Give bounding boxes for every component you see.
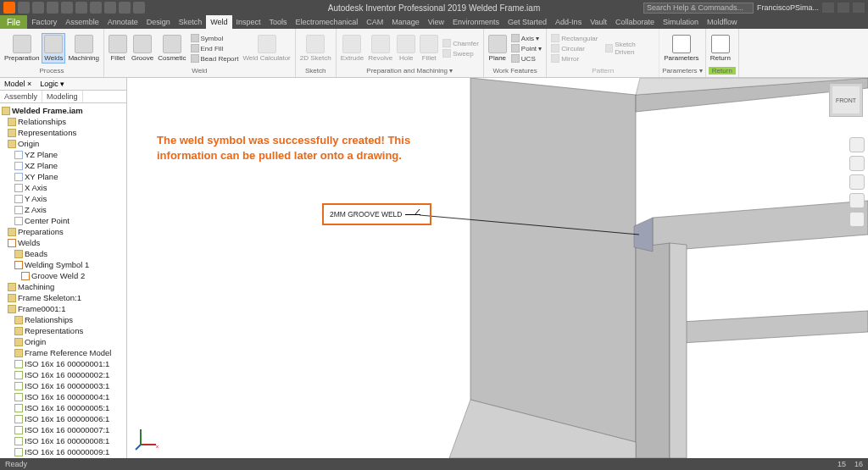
qat-button[interactable] xyxy=(104,2,116,14)
menu-weld[interactable]: Weld xyxy=(206,15,231,29)
preparation-button[interactable]: Preparation xyxy=(3,34,41,63)
sketchdriven-button[interactable]: Sketch Driven xyxy=(604,43,656,53)
tree-iso[interactable]: ISO 16x 16 00000003:1 xyxy=(1,380,125,391)
subtab-assembly[interactable]: Assembly xyxy=(0,91,42,102)
tree-iso[interactable]: ISO 16x 16 00000006:1 xyxy=(1,413,125,424)
welds-button[interactable]: Welds xyxy=(42,33,65,64)
tree-frame-rel[interactable]: Relationships xyxy=(1,314,125,325)
menu-tools[interactable]: Tools xyxy=(265,18,292,26)
tree-iso[interactable]: ISO 16x 16 00000002:1 xyxy=(1,369,125,380)
sweep-button[interactable]: Sweep xyxy=(441,48,481,58)
2dsketch-button[interactable]: 2D Sketch xyxy=(298,34,333,63)
tree-plane[interactable]: YZ Plane xyxy=(1,149,125,160)
tree-axis[interactable]: Y Axis xyxy=(1,193,125,204)
menu-inspect[interactable]: Inspect xyxy=(232,18,265,26)
orbit-button[interactable] xyxy=(849,156,865,171)
help-search-input[interactable]: Search Help & Commands... xyxy=(643,3,754,14)
mirror-button[interactable]: Mirror xyxy=(549,53,602,64)
qat-button[interactable] xyxy=(119,2,131,14)
user-chip[interactable]: FranciscoPSima... xyxy=(757,3,819,12)
qat-button[interactable] xyxy=(133,2,145,14)
tree-frame-reps[interactable]: Representations xyxy=(1,325,125,336)
zoom-button[interactable] xyxy=(849,193,865,208)
parameters-button[interactable]: Parameters xyxy=(662,34,700,63)
menu-sketch[interactable]: Sketch xyxy=(175,18,207,26)
tree-axis[interactable]: X Axis xyxy=(1,182,125,193)
close-button[interactable] xyxy=(853,3,865,13)
maximize-button[interactable] xyxy=(837,3,849,13)
weld-calculator-button[interactable]: Weld Calculator xyxy=(241,34,292,63)
menu-addins[interactable]: Add-Ins xyxy=(551,18,586,26)
tree-preparations[interactable]: Preparations xyxy=(1,226,125,237)
chamfer-button[interactable]: Chamfer xyxy=(441,38,481,48)
circular-button[interactable]: Circular xyxy=(549,43,602,53)
return-button[interactable]: Return xyxy=(709,34,732,63)
tree-plane[interactable]: XY Plane xyxy=(1,171,125,182)
qat-button[interactable] xyxy=(90,2,102,14)
beadreport-button[interactable]: Bead Report xyxy=(189,53,241,64)
menu-collaborate[interactable]: Collaborate xyxy=(611,18,659,26)
tree-representations[interactable]: Representations xyxy=(1,127,125,138)
model-tree[interactable]: Welded Frame.iam Relationships Represent… xyxy=(0,103,126,458)
tree-axis[interactable]: Z Axis xyxy=(1,204,125,215)
3d-viewport[interactable]: The weld symbol was successfully created… xyxy=(127,78,868,458)
menu-assemble[interactable]: Assemble xyxy=(61,18,103,26)
menu-factory[interactable]: Factory xyxy=(27,18,61,26)
qat-button[interactable] xyxy=(47,2,58,14)
tree-centerpoint[interactable]: Center Point xyxy=(1,215,125,226)
qat-button[interactable] xyxy=(75,2,87,14)
point-button[interactable]: Point ▾ xyxy=(509,43,543,53)
extrude-button[interactable]: Extrude xyxy=(339,34,366,63)
file-menu[interactable]: File xyxy=(0,15,27,29)
revolve-button[interactable]: Revolve xyxy=(366,34,394,63)
tree-plane[interactable]: XZ Plane xyxy=(1,160,125,171)
view-cube[interactable]: FRONT xyxy=(829,83,863,117)
menu-manage[interactable]: Manage xyxy=(387,18,424,26)
tree-relationships[interactable]: Relationships xyxy=(1,116,125,127)
hole-button[interactable]: Hole xyxy=(395,34,417,63)
fillet2-button[interactable]: Fillet xyxy=(418,34,440,63)
groove-button[interactable]: Groove xyxy=(130,34,155,63)
weld-callout[interactable]: 2MM GROOVE WELD xyxy=(322,203,431,225)
qat-button[interactable] xyxy=(18,2,30,14)
plane-button[interactable]: Plane xyxy=(487,34,509,63)
menu-moldflow[interactable]: Moldflow xyxy=(703,18,742,26)
fillet-button[interactable]: Fillet xyxy=(107,34,129,63)
tree-iso[interactable]: ISO 16x 16 00000005:1 xyxy=(1,402,125,413)
menu-annotate[interactable]: Annotate xyxy=(103,18,142,26)
rectangular-button[interactable]: Rectangular xyxy=(549,33,602,43)
tree-origin[interactable]: Origin xyxy=(1,138,125,149)
menu-view[interactable]: View xyxy=(424,18,448,26)
tree-beads[interactable]: Beads xyxy=(1,248,125,259)
symbol-button[interactable]: Symbol xyxy=(189,33,241,43)
menu-vault[interactable]: Vault xyxy=(586,18,611,26)
tree-frame-ref-model[interactable]: Frame Reference Model xyxy=(1,347,125,358)
tree-welding-symbol[interactable]: Welding Symbol 1 xyxy=(1,259,125,270)
machining-button[interactable]: Machining xyxy=(66,34,100,63)
menu-environments[interactable]: Environments xyxy=(448,18,504,26)
tab-model[interactable]: Model × xyxy=(0,78,36,90)
ucs-button[interactable]: UCS xyxy=(509,53,543,64)
menu-cam[interactable]: CAM xyxy=(362,18,387,26)
tree-root[interactable]: Welded Frame.iam xyxy=(1,105,125,116)
tree-iso[interactable]: ISO 16x 16 00000007:1 xyxy=(1,424,125,435)
cosmetic-button[interactable]: Cosmetic xyxy=(156,34,187,63)
minimize-button[interactable] xyxy=(822,3,834,13)
endfill-button[interactable]: End Fill xyxy=(189,43,241,53)
axis-button[interactable]: Axis ▾ xyxy=(509,33,543,43)
qat-button[interactable] xyxy=(61,2,73,14)
home-view-button[interactable] xyxy=(849,137,865,152)
tree-frame-skeleton[interactable]: Frame Skeleton:1 xyxy=(1,292,125,303)
tree-iso[interactable]: ISO 16x 16 00000004:1 xyxy=(1,391,125,402)
tab-logic[interactable]: Logic ▾ xyxy=(36,78,69,90)
menu-simulation[interactable]: Simulation xyxy=(659,18,703,26)
tree-iso[interactable]: ISO 16x 16 00000008:1 xyxy=(1,435,125,446)
tree-frame0001[interactable]: Frame0001:1 xyxy=(1,303,125,314)
tree-iso[interactable]: ISO 16x 16 00000009:1 xyxy=(1,446,125,457)
menu-design[interactable]: Design xyxy=(142,18,175,26)
tree-iso[interactable]: ISO 16x 16 00000010:1 xyxy=(1,457,125,458)
tree-machining[interactable]: Machining xyxy=(1,281,125,292)
tree-groove-weld[interactable]: Groove Weld 2 xyxy=(1,270,125,281)
tree-welds[interactable]: Welds xyxy=(1,237,125,248)
lookat-button[interactable] xyxy=(849,212,865,227)
